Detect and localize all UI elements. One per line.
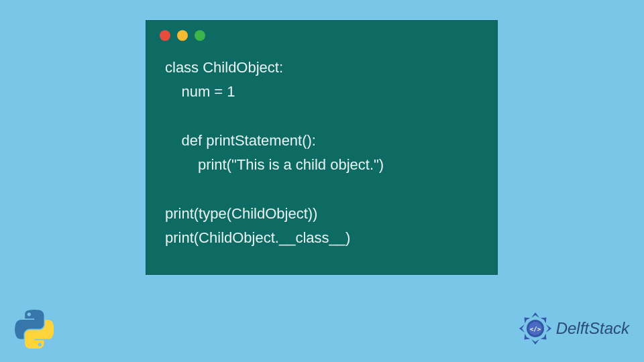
python-logo-icon [15,310,54,349]
svg-marker-3 [519,324,525,333]
maximize-icon [195,30,205,41]
code-window: class ChildObject: num = 1 def printStat… [146,20,498,275]
svg-marker-1 [546,324,551,333]
delftstack-icon: </> [519,312,552,345]
minimize-icon [177,30,188,41]
code-line: print(ChildObject.__class__) [165,229,350,246]
code-line: print(type(ChildObject)) [165,205,317,222]
svg-text:</>: </> [529,326,541,333]
svg-marker-0 [531,312,539,318]
close-icon [160,30,170,41]
code-line: print("This is a child object.") [165,156,384,173]
brand-name: DelftStack [556,319,629,338]
code-line: num = 1 [165,83,235,100]
code-content: class ChildObject: num = 1 def printStat… [146,46,497,259]
code-line: class ChildObject: [165,59,283,76]
brand-logo: </> DelftStack [519,312,629,345]
svg-marker-2 [531,339,539,345]
window-controls [146,21,497,46]
code-line: def printStatement(): [165,132,316,149]
